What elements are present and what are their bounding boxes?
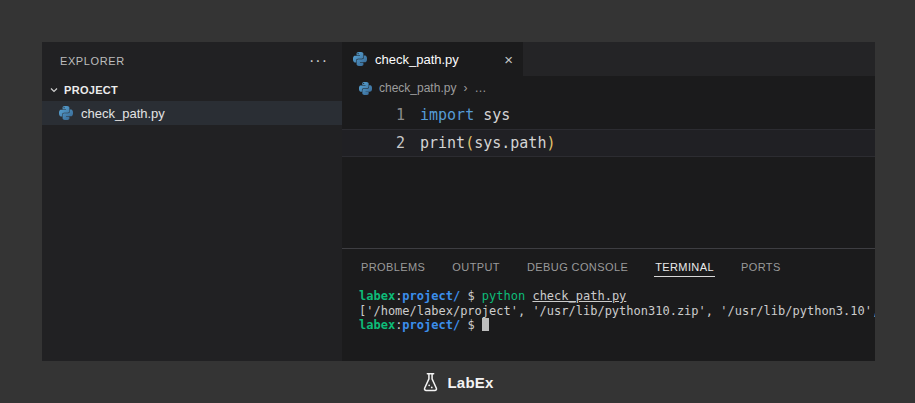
flask-icon bbox=[421, 372, 440, 393]
panel-tab-output[interactable]: OUTPUT bbox=[451, 257, 501, 276]
explorer-header: EXPLORER ··· bbox=[42, 42, 342, 79]
vscode-window: EXPLORER ··· PROJECT check_path.py check… bbox=[42, 42, 875, 361]
brand-name: LabEx bbox=[447, 374, 493, 391]
terminal-text: ['/home/labex/project', '/usr/lib/python… bbox=[359, 304, 875, 318]
terminal[interactable]: labex:project/ $ python check_path.py['/… bbox=[342, 284, 875, 361]
terminal-cursor bbox=[482, 318, 489, 331]
section-label: PROJECT bbox=[64, 84, 118, 96]
breadcrumb-more[interactable]: … bbox=[474, 81, 486, 95]
terminal-line: labex:project/ $ bbox=[359, 318, 875, 333]
python-icon bbox=[353, 52, 367, 66]
panel-tab-debug-console[interactable]: DEBUG CONSOLE bbox=[526, 257, 629, 276]
explorer-sidebar: EXPLORER ··· PROJECT check_path.py bbox=[42, 42, 342, 361]
bottom-panel: PROBLEMS OUTPUT DEBUG CONSOLE TERMINAL P… bbox=[342, 248, 875, 361]
terminal-line: labex:project/ $ python check_path.py bbox=[359, 289, 875, 304]
terminal-text: labex:project/ $ python check_path.py bbox=[359, 289, 626, 303]
file-item-check-path[interactable]: check_path.py bbox=[42, 101, 342, 125]
tab-label: check_path.py bbox=[375, 52, 459, 67]
file-item-label: check_path.py bbox=[81, 106, 165, 121]
page-background: { "page": { "background": "#343434", "ac… bbox=[0, 0, 915, 403]
code-text: print(sys.path) bbox=[405, 134, 555, 152]
code-text: import sys bbox=[405, 106, 510, 124]
close-icon[interactable]: × bbox=[504, 52, 513, 67]
terminal-line: ['/home/labex/project', '/usr/lib/python… bbox=[359, 304, 875, 319]
line-number: 1 bbox=[342, 106, 405, 124]
panel-tab-terminal[interactable]: TERMINAL bbox=[654, 257, 715, 277]
breadcrumb: check_path.py › … bbox=[342, 76, 875, 100]
python-icon bbox=[359, 82, 372, 95]
panel-tab-ports[interactable]: PORTS bbox=[740, 257, 782, 276]
footer-logo: LabEx bbox=[0, 361, 915, 403]
chevron-down-icon bbox=[48, 84, 60, 96]
tab-bar: check_path.py × bbox=[342, 42, 875, 76]
python-icon bbox=[59, 106, 73, 120]
code-line: 2print(sys.path) bbox=[342, 129, 875, 157]
editor-area: check_path.py × check_path.py › … 1impor… bbox=[342, 42, 875, 361]
code-line: 1import sys bbox=[342, 101, 875, 129]
line-number: 2 bbox=[342, 134, 405, 152]
terminal-text: labex:project/ $ bbox=[359, 318, 489, 332]
ellipsis-icon[interactable]: ··· bbox=[309, 56, 328, 66]
tab-check-path[interactable]: check_path.py × bbox=[342, 42, 523, 76]
breadcrumb-file[interactable]: check_path.py bbox=[379, 81, 456, 95]
sidebar-section-project[interactable]: PROJECT bbox=[42, 79, 342, 101]
breadcrumb-separator: › bbox=[463, 81, 467, 95]
panel-tab-problems[interactable]: PROBLEMS bbox=[360, 257, 426, 276]
explorer-title: EXPLORER bbox=[60, 55, 125, 67]
panel-tab-bar: PROBLEMS OUTPUT DEBUG CONSOLE TERMINAL P… bbox=[342, 249, 875, 284]
code-editor[interactable]: 1import sys2print(sys.path) bbox=[342, 100, 875, 248]
